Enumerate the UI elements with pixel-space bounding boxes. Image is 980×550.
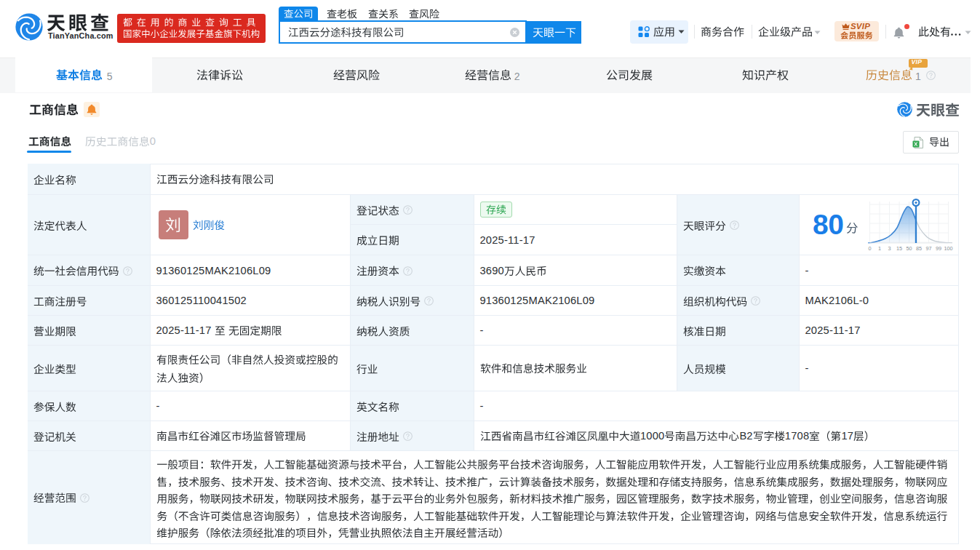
svg-text:99: 99: [936, 244, 941, 251]
svg-text:15: 15: [896, 244, 902, 251]
svg-text:1: 1: [878, 244, 881, 251]
svg-text:100: 100: [944, 244, 952, 251]
svg-text:85: 85: [916, 244, 922, 251]
svg-text:3: 3: [888, 244, 891, 251]
svg-text:0: 0: [868, 244, 871, 251]
svg-text:50: 50: [906, 244, 912, 251]
svg-text:97: 97: [925, 244, 931, 251]
